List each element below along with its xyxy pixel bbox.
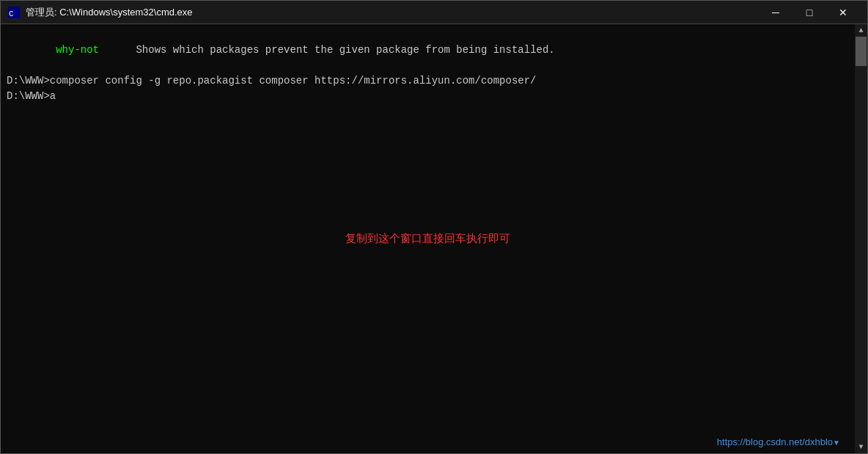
terminal-line-3: D:\WWW>a xyxy=(7,89,849,104)
close-button[interactable]: ✕ xyxy=(826,1,860,24)
terminal-line-2: D:\WWW>composer config -g repo.packagist… xyxy=(7,73,849,89)
cmd-window: C 管理员: C:\Windows\system32\cmd.exe ─ □ ✕… xyxy=(0,0,868,454)
window-title: 管理员: C:\Windows\system32\cmd.exe xyxy=(26,6,759,19)
cmd-icon: C xyxy=(8,7,20,18)
svg-text:C: C xyxy=(9,10,14,18)
title-bar: C 管理员: C:\Windows\system32\cmd.exe ─ □ ✕ xyxy=(1,1,867,24)
scrollbar-thumb[interactable] xyxy=(856,37,867,66)
terminal-content[interactable]: why-not Shows which packages prevent the… xyxy=(1,24,855,453)
minimize-button[interactable]: ─ xyxy=(759,1,792,24)
scrollbar[interactable]: ▲ ▼ xyxy=(855,24,867,453)
watermark-url: https://blog.csdn.net/dxhblo xyxy=(717,436,833,447)
arrow-icon: ▼ xyxy=(833,439,840,447)
scrollbar-track[interactable] xyxy=(855,37,867,441)
terminal-line-1: why-not Shows which packages prevent the… xyxy=(7,27,849,73)
why-not-desc: Shows which packages prevent the given p… xyxy=(99,44,555,56)
scroll-up-button[interactable]: ▲ xyxy=(855,24,867,37)
maximize-button[interactable]: □ xyxy=(792,1,826,24)
scroll-down-button[interactable]: ▼ xyxy=(855,441,867,453)
terminal-wrapper: why-not Shows which packages prevent the… xyxy=(1,24,867,453)
why-not-text: why-not xyxy=(56,44,99,56)
watermark: https://blog.csdn.net/dxhblo▼ xyxy=(717,436,840,447)
window-controls: ─ □ ✕ xyxy=(759,1,860,24)
center-message: 复制到这个窗口直接回车执行即可 xyxy=(345,232,510,246)
